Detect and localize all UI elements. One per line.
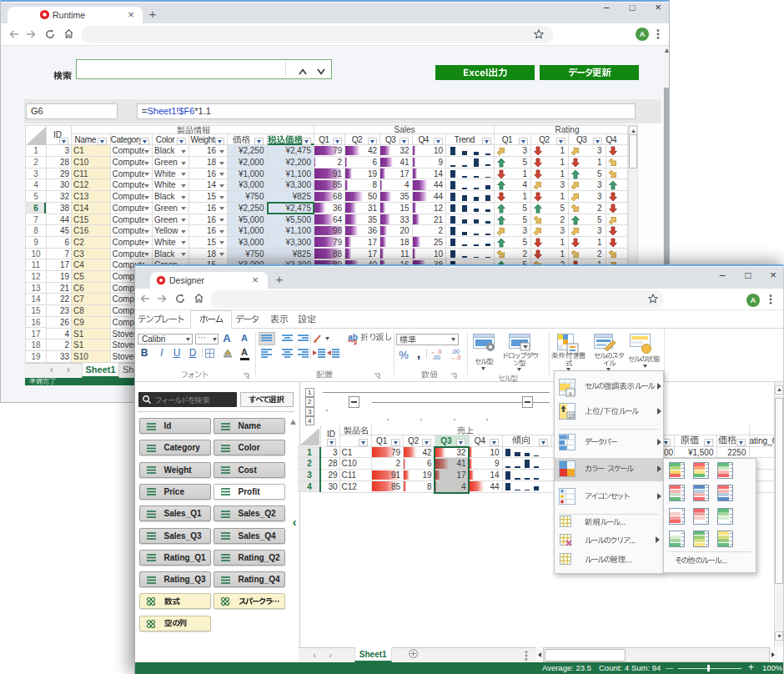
svg-text:≤: ≤: [569, 390, 572, 396]
svg-text:10: 10: [568, 413, 575, 419]
